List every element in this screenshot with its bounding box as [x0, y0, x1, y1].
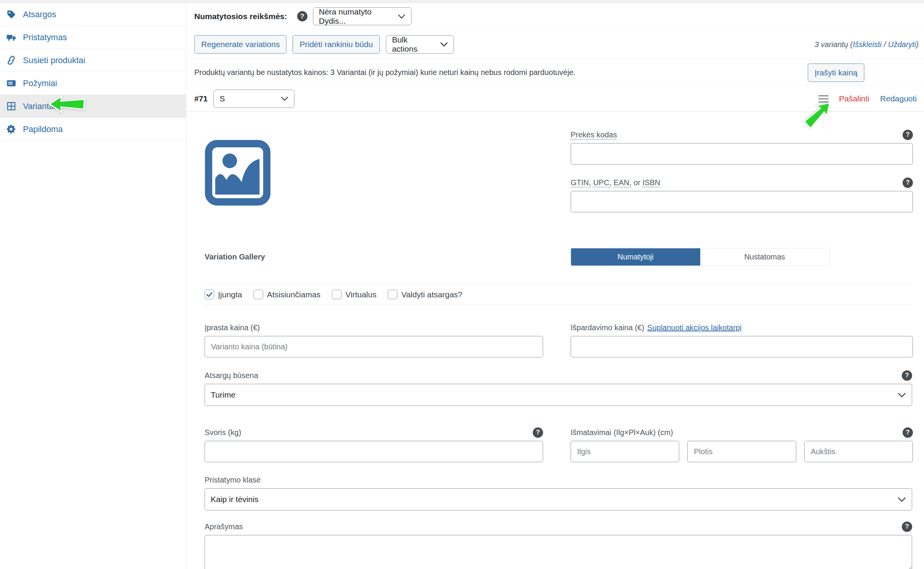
- shipping-class-row: Pristatymo klasė Kaip ir tėvinis: [205, 475, 912, 510]
- variations-grid-icon: [6, 101, 16, 111]
- chevron-down-icon: [398, 14, 405, 19]
- regular-price-label: Įprasta kaina (€): [205, 323, 260, 332]
- variations-toolbar: Regenerate variations Pridėti rankiniu b…: [187, 30, 924, 59]
- top-divider: [0, 0, 924, 3]
- weight-input[interactable]: [205, 441, 543, 462]
- drag-handle-icon[interactable]: [818, 95, 828, 103]
- sidebar-item-label: Pristatymas: [23, 33, 67, 42]
- shipping-class-value: Kaip ir tėvinis: [211, 495, 259, 504]
- variation-id: #71: [194, 94, 208, 103]
- stock-status-value: Turime: [211, 390, 236, 399]
- edit-variation-link[interactable]: Redaguoti: [880, 94, 917, 103]
- description-textarea[interactable]: [205, 535, 912, 569]
- help-icon[interactable]: ?: [533, 427, 543, 438]
- gtin-field: GTIN, UPC, EAN, or ISBN ?: [571, 178, 913, 212]
- chevron-down-icon: [898, 393, 906, 398]
- sku-input[interactable]: [571, 143, 913, 165]
- price-row: Įprasta kaina (€) Išpardavimo kaina (€) …: [205, 323, 912, 357]
- sidebar-item-variantai[interactable]: Variantai: [0, 95, 186, 118]
- checkbox-box: [254, 290, 263, 299]
- help-icon[interactable]: ?: [903, 130, 913, 140]
- regular-price-field: Įprasta kaina (€): [205, 323, 543, 357]
- help-icon[interactable]: ?: [297, 11, 307, 21]
- sale-price-field: Išpardavimo kaina (€) Suplanuoti akcijos…: [571, 323, 913, 357]
- variation-header-row: #71 S Pašalinti Redaguoti: [187, 86, 924, 112]
- weight-field: Svoris (kg) ?: [205, 428, 543, 462]
- stock-status-row: Atsargų būsena ? Turime: [205, 371, 912, 406]
- collapse-link[interactable]: Uždaryti: [888, 40, 916, 49]
- help-icon[interactable]: ?: [903, 178, 913, 188]
- regular-price-input[interactable]: [205, 336, 543, 357]
- dimension-width-input[interactable]: [687, 441, 796, 462]
- sidebar-item-papildoma[interactable]: Papildoma: [0, 118, 186, 141]
- truck-icon: [6, 32, 16, 42]
- bulk-actions-select[interactable]: Bulk actions: [386, 35, 454, 54]
- sale-price-label: Išpardavimo kaina (€): [571, 323, 644, 332]
- description-row: Aprašymas ?: [205, 522, 912, 569]
- chevron-down-icon: [440, 42, 448, 47]
- sku-field: Prekės kodas ?: [571, 130, 913, 165]
- default-attribute-value: Nėra numatyto Dydis...: [319, 7, 392, 26]
- shipping-class-select[interactable]: Kaip ir tėvinis: [205, 488, 912, 510]
- sidebar-item-label: Variantai: [23, 101, 55, 111]
- product-data-sidebar: Atsargos Pristatymas Susieti produktai P…: [0, 3, 186, 569]
- sku-label: Prekės kodas: [571, 130, 617, 139]
- variation-image-placeholder-icon[interactable]: [205, 140, 271, 206]
- virtual-checkbox[interactable]: Virtualus: [332, 290, 376, 299]
- chevron-down-icon: [281, 96, 288, 101]
- variations-panel: Numatytosios reikšmės: ? Nėra numatyto D…: [187, 3, 924, 569]
- help-icon[interactable]: ?: [903, 427, 913, 438]
- gallery-mode-toggle: Numatytoji Nustatomas: [571, 248, 830, 266]
- downloadable-checkbox[interactable]: Atsisiunčiamas: [254, 290, 320, 299]
- variation-attribute-value: S: [220, 94, 225, 103]
- gtin-label: GTIN, UPC, EAN, or ISBN: [571, 178, 660, 187]
- manage-stock-checkbox[interactable]: Valdyti atsargas?: [388, 290, 462, 299]
- description-label: Aprašymas: [205, 522, 243, 531]
- stock-status-select[interactable]: Turime: [205, 384, 912, 406]
- default-values-row: Numatytosios reikšmės: ? Nėra numatyto D…: [187, 3, 924, 30]
- woocommerce-product-data-panel: Atsargos Pristatymas Susieti produktai P…: [0, 0, 924, 569]
- variation-gallery-label: Variation Gallery: [205, 253, 543, 261]
- add-manually-button[interactable]: Pridėti rankiniu būdu: [293, 35, 379, 54]
- schedule-sale-link[interactable]: Suplanuoti akcijos laikotarpį: [647, 323, 742, 332]
- variation-detail-panel: Prekės kodas ? GTIN, UPC, EAN, or ISBN ?: [187, 112, 924, 569]
- gallery-custom-option[interactable]: Nustatomas: [700, 248, 830, 266]
- sidebar-item-label: Atsargos: [23, 10, 56, 20]
- sidebar-item-susieti-produktai[interactable]: Susieti produktai: [0, 49, 186, 72]
- dimensions-label: Išmatavimai (Ilg×Pl×Auk) (cm): [571, 428, 673, 437]
- regenerate-variations-button[interactable]: Regenerate variations: [194, 35, 286, 54]
- sidebar-item-label: Susieti produktai: [23, 55, 85, 65]
- sidebar-item-label: Papildoma: [23, 124, 63, 134]
- dimensions-field: Išmatavimai (Ilg×Pl×Auk) (cm) ?: [571, 428, 913, 462]
- sidebar-item-pristatymas[interactable]: Pristatymas: [0, 26, 186, 49]
- dimension-height-input[interactable]: [804, 441, 913, 462]
- link-icon: [6, 55, 16, 65]
- gallery-default-option[interactable]: Numatytoji: [571, 248, 700, 266]
- expand-link[interactable]: Išskleisti: [853, 40, 882, 49]
- save-price-button[interactable]: Įrašyti kainą: [808, 64, 864, 82]
- gtin-input[interactable]: [571, 191, 913, 212]
- dimension-length-input[interactable]: [571, 441, 679, 462]
- default-values-label: Numatytosios reikšmės:: [194, 12, 287, 21]
- chevron-down-icon: [898, 497, 906, 502]
- stock-status-label: Atsargų būsena: [205, 371, 258, 380]
- help-icon[interactable]: ?: [902, 522, 912, 532]
- bulk-actions-value: Bulk actions: [392, 35, 435, 54]
- missing-price-notice-row: Produktų variantų be nustatytos kainos: …: [187, 59, 924, 86]
- sidebar-item-pozymiai[interactable]: Požymiai: [0, 72, 186, 95]
- shipping-class-label: Pristatymo klasė: [205, 476, 261, 484]
- weight-label: Svoris (kg): [205, 428, 241, 437]
- variation-gallery-row: Variation Gallery Numatytoji Nustatomas: [205, 248, 912, 266]
- sale-price-input[interactable]: [571, 336, 913, 357]
- checkbox-box: [388, 290, 397, 299]
- sidebar-item-atsargos[interactable]: Atsargos: [0, 3, 186, 26]
- checkbox-box: [332, 290, 342, 299]
- media-sku-row: Prekės kodas ? GTIN, UPC, EAN, or ISBN ?: [205, 130, 912, 212]
- enabled-checkbox[interactable]: Įjungta: [205, 290, 242, 299]
- help-icon[interactable]: ?: [902, 370, 912, 381]
- variation-attribute-select[interactable]: S: [213, 90, 294, 108]
- variation-options-row: Įjungta Atsisiunčiamas Virtualus Valdyti…: [205, 284, 912, 305]
- sidebar-item-label: Požymiai: [23, 78, 57, 88]
- remove-variation-link[interactable]: Pašalinti: [839, 94, 869, 103]
- default-attribute-select[interactable]: Nėra numatyto Dydis...: [313, 7, 412, 25]
